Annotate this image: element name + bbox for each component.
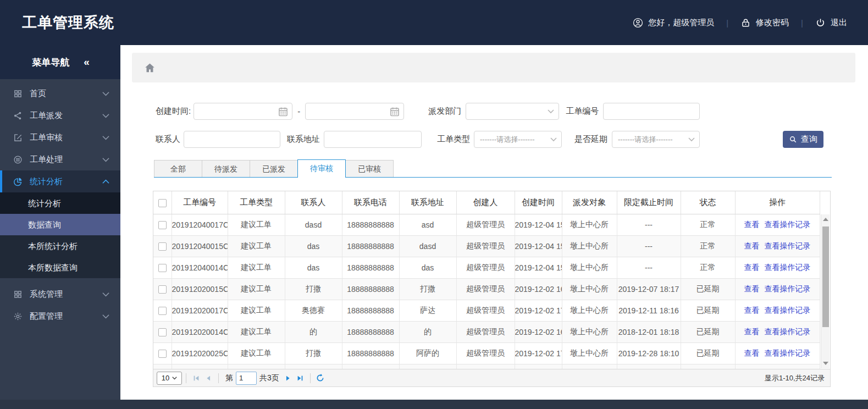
order-no-input[interactable] — [604, 103, 699, 119]
view-link[interactable]: 查看 — [744, 284, 760, 293]
cell-actions: 查看查看操作记录 — [735, 235, 820, 257]
sidebar-item-dispatch[interactable]: 工单派发 — [0, 104, 120, 126]
calendar-icon[interactable] — [278, 106, 289, 117]
cell-order-no — [172, 364, 228, 369]
order-type-label: 工单类型 — [437, 134, 470, 145]
view-link[interactable]: 查看 — [744, 306, 760, 314]
submenu-item-stats-analysis[interactable]: 统计分析 — [0, 192, 120, 214]
calendar-icon[interactable] — [389, 106, 400, 117]
vertical-scrollbar[interactable] — [821, 214, 830, 368]
row-checkbox[interactable] — [158, 307, 167, 315]
last-page-button[interactable] — [294, 372, 306, 384]
sidebar-item-stats[interactable]: 统计分析 — [0, 170, 120, 192]
first-page-button[interactable] — [190, 372, 202, 384]
top-header: 工单管理系统 您好，超级管理员 | 修改密码 | 退出 — [0, 0, 868, 45]
cell-create-time: 2019-12-02 16: — [515, 278, 562, 300]
dispatch-dept-select[interactable] — [466, 103, 559, 120]
select-all-checkbox[interactable] — [158, 199, 167, 207]
change-password-button[interactable]: 修改密码 — [740, 18, 789, 28]
submenu-item-branch-stats[interactable]: 本所统计分析 — [0, 235, 120, 257]
cell-order-type: 建议工单 — [228, 321, 285, 342]
search-button[interactable]: 查询 — [783, 131, 823, 148]
cell-dispatch-to: 墩上中心所 — [562, 214, 617, 235]
view-log-link[interactable]: 查看操作记录 — [765, 349, 811, 357]
view-link[interactable]: 查看 — [744, 220, 760, 229]
cell-creator: 超级管理员 — [456, 300, 515, 321]
scroll-up-arrow-icon[interactable] — [823, 218, 828, 221]
date-range-dash: - — [297, 107, 300, 116]
cell-status: 已延期 — [681, 300, 735, 321]
tab-pending-dispatch[interactable]: 待派发 — [202, 160, 250, 177]
address-field — [324, 131, 422, 148]
scrollbar-thumb[interactable] — [822, 226, 829, 327]
view-link[interactable]: 查看 — [744, 327, 760, 336]
chevron-down-icon — [172, 377, 177, 380]
address-input[interactable] — [324, 131, 421, 147]
delay-select[interactable]: -------请选择------- — [612, 131, 700, 148]
search-button-label: 查询 — [801, 134, 817, 145]
cell-order-no: 201912020017C — [172, 300, 228, 321]
submenu-item-branch-query[interactable]: 本所数据查询 — [0, 257, 120, 278]
cell-order-type: 建议工单 — [228, 342, 285, 364]
delay-label: 是否延期 — [574, 134, 607, 145]
contact-field — [184, 131, 280, 148]
cell-creator: 超级管理员 — [456, 214, 515, 235]
cell-status: 已延期 — [681, 321, 735, 342]
view-link[interactable]: 查看 — [744, 349, 760, 357]
sidebar-collapse-icon[interactable]: « — [84, 56, 89, 68]
order-no-field — [603, 103, 700, 120]
prev-page-button[interactable] — [202, 372, 214, 384]
view-log-link[interactable]: 查看操作记录 — [765, 241, 811, 250]
home-icon[interactable] — [144, 62, 156, 74]
submenu-item-data-query[interactable]: 数据查询 — [0, 214, 120, 235]
view-link[interactable]: 查看 — [744, 263, 760, 272]
column-header: 联系地址 — [399, 191, 456, 214]
sidebar-item-review[interactable]: 工单审核 — [0, 126, 120, 148]
refresh-button[interactable] — [314, 372, 327, 384]
order-type-select[interactable]: -------请选择------- — [474, 131, 562, 148]
view-log-link[interactable]: 查看操作记录 — [765, 284, 811, 293]
contact-label: 联系人 — [156, 134, 180, 145]
sidebar-item-system[interactable]: 系统管理 — [0, 283, 120, 305]
chevron-down-icon — [102, 313, 109, 320]
row-checkbox[interactable] — [158, 242, 167, 251]
grid-icon — [13, 290, 23, 299]
contact-input[interactable] — [184, 131, 280, 147]
page-size-value: 10 — [162, 374, 169, 382]
column-header: 工单编号 — [172, 191, 228, 214]
sidebar-item-home[interactable]: 首页 — [0, 82, 120, 104]
tab-pending-review[interactable]: 待审核 — [297, 159, 346, 178]
user-greeting[interactable]: 您好，超级管理员 — [633, 18, 714, 28]
tab-all[interactable]: 全部 — [154, 160, 202, 177]
view-log-link[interactable]: 查看操作记录 — [765, 306, 811, 314]
cell-creator: 超级管理员 — [456, 257, 515, 278]
row-checkbox[interactable] — [158, 328, 167, 336]
page-number-input[interactable] — [236, 372, 257, 385]
row-checkbox[interactable] — [158, 285, 167, 294]
cell-dispatch-to: 墩上中心所 — [562, 235, 617, 257]
chevron-down-icon — [688, 137, 695, 142]
row-checkbox[interactable] — [158, 350, 167, 358]
tab-dispatched[interactable]: 已派发 — [250, 160, 298, 177]
logout-button[interactable]: 退出 — [815, 18, 847, 28]
power-icon — [815, 18, 826, 28]
tab-reviewed[interactable]: 已审核 — [345, 160, 394, 177]
sidebar-item-config[interactable]: 配置管理 — [0, 305, 120, 327]
cell-actions: 查看查看操作记录 — [735, 214, 820, 235]
page-size-select[interactable]: 10 — [157, 372, 182, 385]
last-page-icon — [296, 374, 304, 382]
cell-order-type: 建议工单 — [228, 214, 285, 235]
cell-creator: 超级管理员 — [456, 321, 515, 342]
row-checkbox[interactable] — [158, 264, 167, 272]
cell-address: 的 — [399, 321, 456, 342]
next-page-button[interactable] — [282, 372, 294, 384]
view-log-link[interactable]: 查看操作记录 — [765, 327, 811, 336]
scroll-down-arrow-icon[interactable] — [823, 362, 828, 365]
cell-creator: 超级管理员 — [456, 342, 515, 364]
view-log-link[interactable]: 查看操作记录 — [765, 220, 811, 229]
sidebar-item-process[interactable]: 工单处理 — [0, 148, 120, 170]
row-checkbox[interactable] — [158, 221, 167, 229]
view-link[interactable]: 查看 — [744, 241, 760, 250]
view-log-link[interactable]: 查看操作记录 — [765, 263, 811, 272]
orders-table-viewport: 工单编号工单类型联系人联系电话联系地址创建人创建时间派发对象限定截止时间状态操作… — [153, 191, 831, 369]
